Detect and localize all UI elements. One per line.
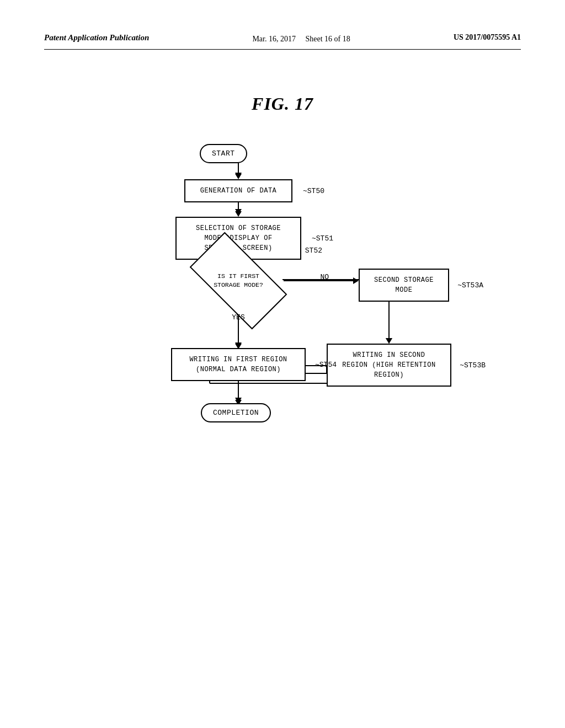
- svg-marker-30: [386, 338, 392, 344]
- flowchart-container: START GENERATION OF DATA ~ST50 SELECTION…: [89, 136, 476, 522]
- st53a-label: SECOND STORAGE MODE: [359, 269, 449, 302]
- header-sheet: Sheet 16 of 18: [305, 35, 350, 43]
- patent-page: Patent Application Publication Mar. 16, …: [0, 0, 565, 728]
- svg-marker-28: [353, 277, 359, 284]
- svg-marker-26: [235, 398, 242, 403]
- st50-step-label: ~ST50: [303, 187, 324, 195]
- no-label: NO: [320, 273, 329, 281]
- svg-marker-20: [235, 211, 242, 217]
- header-date: Mar. 16, 2017: [252, 35, 296, 43]
- st50-label: GENERATION OF DATA: [184, 179, 292, 202]
- figure-title: FIG. 17: [44, 94, 521, 114]
- page-header: Patent Application Publication Mar. 16, …: [44, 33, 521, 50]
- completion-node: COMPLETION: [201, 403, 271, 422]
- st53b-label: WRITING IN SECOND REGION (HIGH RETENTION…: [327, 344, 451, 387]
- st50-node: GENERATION OF DATA ~ST50: [184, 179, 292, 202]
- st52-step-label: ST52: [305, 247, 322, 255]
- header-publication-label: Patent Application Publication: [44, 33, 149, 42]
- st54-node: WRITING IN FIRST REGION (NORMAL DATA REG…: [171, 348, 306, 381]
- yes-label: YES: [232, 313, 244, 322]
- header-date-sheet: Mar. 16, 2017 Sheet 16 of 18: [252, 33, 350, 45]
- start-label: START: [200, 144, 247, 163]
- completion-label: COMPLETION: [201, 403, 271, 422]
- st53a-node: SECOND STORAGE MODE ~ST53A: [359, 269, 449, 302]
- svg-marker-18: [235, 174, 242, 179]
- svg-marker-24: [235, 342, 242, 348]
- st51-step-label: ~ST51: [312, 234, 333, 243]
- st52-node: IS IT FIRST STORAGE MODE? ST52 NO YES: [192, 256, 285, 305]
- st54-label: WRITING IN FIRST REGION (NORMAL DATA REG…: [171, 348, 306, 381]
- header-patent-number: US 2017/0075595 A1: [454, 33, 521, 42]
- st53a-step-label: ~ST53A: [457, 281, 483, 290]
- st53b-step-label: ~ST53B: [460, 361, 486, 370]
- st54-step-label: ~ST54: [315, 361, 337, 369]
- st53b-node: WRITING IN SECOND REGION (HIGH RETENTION…: [327, 344, 451, 387]
- start-node: START: [200, 144, 247, 163]
